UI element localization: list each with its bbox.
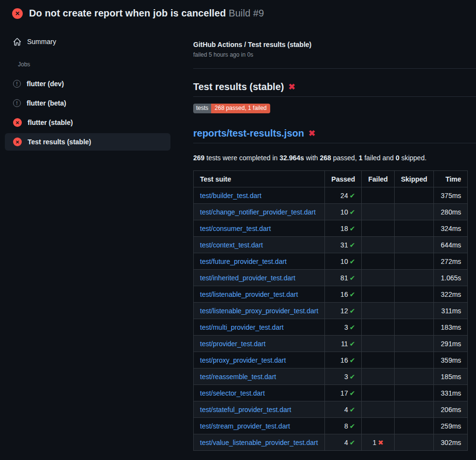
column-header: Skipped xyxy=(394,171,433,187)
time-cell: 359ms xyxy=(434,352,468,368)
skipped-cell xyxy=(394,385,433,401)
sidebar: Summary Jobs !flutter (dev)!flutter (bet… xyxy=(0,24,182,153)
sidebar-item-label: flutter (dev) xyxy=(27,80,64,88)
check-icon: ✔ xyxy=(350,307,355,315)
sidebar-item-summary[interactable]: Summary xyxy=(5,33,170,50)
test-suite-link[interactable]: test/inherited_provider_test.dart xyxy=(200,274,295,282)
suite-cell: test/provider_test.dart xyxy=(194,336,325,352)
check-icon: ✔ xyxy=(350,373,355,381)
table-row: test/change_notifier_provider_test.dart1… xyxy=(194,204,468,220)
passed-cell: 10✔ xyxy=(325,253,362,270)
build-number: Build #9 xyxy=(229,8,264,18)
suite-cell: test/listenable_proxy_provider_test.dart xyxy=(194,303,325,319)
check-icon: ✔ xyxy=(350,225,355,232)
skipped-cell xyxy=(394,253,433,270)
test-suite-link[interactable]: test/context_test.dart xyxy=(200,241,263,249)
failed-cell xyxy=(362,418,394,434)
test-suite-link[interactable]: test/listenable_provider_test.dart xyxy=(200,291,298,298)
check-icon: ✔ xyxy=(350,274,355,282)
test-suite-link[interactable]: test/consumer_test.dart xyxy=(200,225,271,232)
suite-cell: test/context_test.dart xyxy=(194,237,325,253)
breadcrumb: GitHub Actions / Test results (stable) xyxy=(193,40,476,49)
time-cell: 280ms xyxy=(434,204,468,220)
skipped-cell xyxy=(394,352,433,368)
time-cell: 259ms xyxy=(434,418,468,434)
table-row: test/consumer_test.dart18✔324ms xyxy=(194,220,468,237)
time-cell: 1.065s xyxy=(434,270,468,286)
suite-cell: test/listenable_provider_test.dart xyxy=(194,286,325,303)
time-cell: 291ms xyxy=(434,336,468,352)
report-file-link[interactable]: reports/test-results.json xyxy=(193,128,304,138)
sidebar-item-label: Test results (stable) xyxy=(28,138,91,146)
test-suite-link[interactable]: test/change_notifier_provider_test.dart xyxy=(200,208,316,216)
column-header: Failed xyxy=(362,171,394,187)
test-suite-link[interactable]: test/builder_test.dart xyxy=(200,192,261,199)
failed-cell: 1✖ xyxy=(362,434,394,451)
badge-value: 268 passed, 1 failed xyxy=(211,104,270,113)
page-title: Do not create report when job is cancell… xyxy=(29,8,264,19)
passed-cell: 18✔ xyxy=(325,220,362,237)
suite-cell: test/stateful_provider_test.dart xyxy=(194,401,325,418)
sidebar-jobs-list: !flutter (dev)!flutter (beta)✕flutter (s… xyxy=(5,75,170,151)
divider xyxy=(193,68,476,69)
failed-cross-icon: ✖ xyxy=(308,129,315,138)
tests-badge: tests 268 passed, 1 failed xyxy=(193,104,270,113)
section-heading-text: Test results (stable) xyxy=(193,81,284,92)
passed-cell: 16✔ xyxy=(325,352,362,368)
passed-cell: 12✔ xyxy=(325,303,362,319)
skipped-cell xyxy=(394,336,433,352)
failed-cell xyxy=(362,319,394,336)
sidebar-job-item[interactable]: ✕flutter (stable) xyxy=(5,114,170,131)
skipped-cell xyxy=(394,270,433,286)
suite-cell: test/inherited_provider_test.dart xyxy=(194,270,325,286)
failed-cell xyxy=(362,401,394,418)
cancelled-icon: ! xyxy=(13,80,21,88)
x-circle-icon: ✕ xyxy=(13,118,22,127)
report-file-heading: reports/test-results.json✖ xyxy=(193,127,476,143)
test-suite-link[interactable]: test/reassemble_test.dart xyxy=(200,373,276,381)
suite-cell: test/stream_provider_test.dart xyxy=(194,418,325,434)
passed-cell: 17✔ xyxy=(325,385,362,401)
skipped-cell xyxy=(394,368,433,385)
table-row: test/selector_test.dart17✔331ms xyxy=(194,385,468,401)
failed-cell xyxy=(362,270,394,286)
sidebar-job-item[interactable]: !flutter (dev) xyxy=(5,75,170,92)
column-header: Time xyxy=(434,171,468,187)
passed-cell: 3✔ xyxy=(325,319,362,336)
test-suite-link[interactable]: test/provider_test.dart xyxy=(200,340,265,348)
passed-cell: 8✔ xyxy=(325,418,362,434)
time-cell: 324ms xyxy=(434,220,468,237)
check-icon: ✔ xyxy=(350,439,355,446)
test-suite-link[interactable]: test/multi_provider_test.dart xyxy=(200,323,284,331)
jobs-section-label: Jobs xyxy=(18,61,170,68)
skipped-cell xyxy=(394,187,433,204)
table-row: test/listenable_provider_test.dart16✔322… xyxy=(194,286,468,303)
table-row: test/context_test.dart31✔644ms xyxy=(194,237,468,253)
check-icon: ✔ xyxy=(350,291,355,298)
test-suite-link[interactable]: test/listenable_proxy_provider_test.dart xyxy=(200,307,318,315)
table-header-row: Test suitePassedFailedSkippedTime xyxy=(194,171,468,187)
time-cell: 272ms xyxy=(434,253,468,270)
passed-cell: 4✔ xyxy=(325,434,362,451)
main-panel: GitHub Actions / Test results (stable) f… xyxy=(182,24,476,451)
table-row: test/stateful_provider_test.dart4✔206ms xyxy=(194,401,468,418)
test-suite-link[interactable]: test/stream_provider_test.dart xyxy=(200,422,290,430)
window-header: ✕ Do not create report when job is cance… xyxy=(0,0,476,24)
run-status-line: failed 5 hours ago in 0s xyxy=(193,51,476,59)
test-suite-link[interactable]: test/value_listenable_provider_test.dart xyxy=(200,439,318,446)
passed-cell: 4✔ xyxy=(325,401,362,418)
sidebar-job-item[interactable]: ✕Test results (stable) xyxy=(5,133,170,151)
check-icon: ✔ xyxy=(350,323,355,331)
table-row: test/builder_test.dart24✔375ms xyxy=(194,187,468,204)
sidebar-job-item[interactable]: !flutter (beta) xyxy=(5,94,170,112)
time-cell: 311ms xyxy=(434,303,468,319)
passed-cell: 10✔ xyxy=(325,204,362,220)
failed-cell xyxy=(362,368,394,385)
failed-cell xyxy=(362,352,394,368)
test-suite-link[interactable]: test/stateful_provider_test.dart xyxy=(200,406,291,414)
suite-cell: test/proxy_provider_test.dart xyxy=(194,352,325,368)
test-suite-link[interactable]: test/proxy_provider_test.dart xyxy=(200,356,286,364)
test-suite-link[interactable]: test/selector_test.dart xyxy=(200,389,265,397)
test-suite-link[interactable]: test/future_provider_test.dart xyxy=(200,258,287,265)
home-icon xyxy=(13,38,21,46)
